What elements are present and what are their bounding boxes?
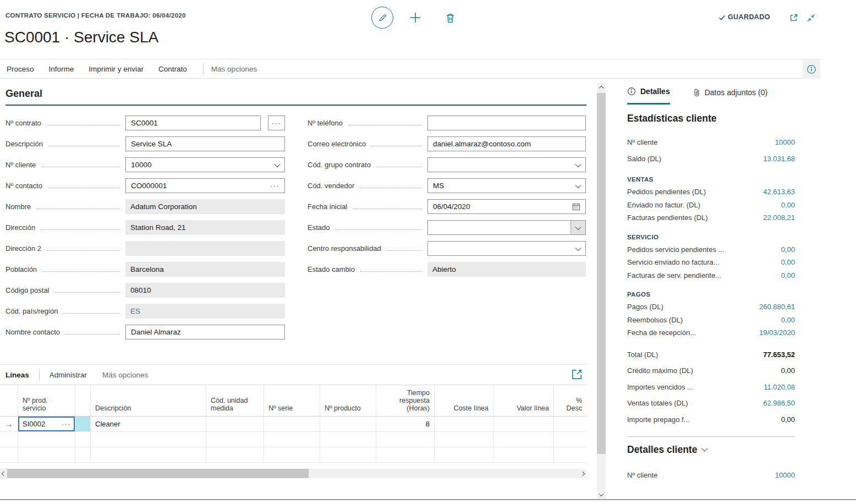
chevron-down-icon[interactable] xyxy=(575,182,581,188)
descripcion-input[interactable]: Service SLA xyxy=(125,136,285,151)
menu-imprimir-enviar[interactable]: Imprimir y enviar xyxy=(89,65,144,73)
scroll-left-arrow[interactable] xyxy=(0,469,8,478)
focus-mode-icon[interactable] xyxy=(572,369,582,380)
field-grupo-contrato: Cód. grupo contrato xyxy=(308,157,586,172)
lines-tab[interactable]: Líneas xyxy=(6,371,29,379)
info-icon xyxy=(627,87,636,96)
popout-icon xyxy=(789,13,798,23)
menu-contrato[interactable]: Contrato xyxy=(158,65,187,73)
no-telefono-input[interactable] xyxy=(427,116,586,130)
menu-proceso[interactable]: Proceso xyxy=(7,65,34,73)
scroll-right-arrow[interactable] xyxy=(579,469,586,478)
stat-row: Ventas totales (DL)62.986,50 xyxy=(627,395,795,412)
col-desc-pct[interactable]: % Desc xyxy=(554,385,586,416)
main-vertical-scrollbar[interactable] xyxy=(597,83,606,500)
new-button[interactable] xyxy=(408,10,422,25)
scroll-up-arrow[interactable] xyxy=(597,84,606,92)
tab-detalles[interactable]: Detalles xyxy=(627,87,670,105)
ellipsis-icon: ··· xyxy=(272,119,282,127)
lines-toolbar: Líneas Administrar Más opciones xyxy=(0,365,586,385)
ellipsis-icon[interactable]: ··· xyxy=(270,182,280,189)
delete-button[interactable] xyxy=(443,11,457,24)
field-fecha-inicial: Fecha inicial 06/04/2020 xyxy=(308,199,586,214)
factbox-divider xyxy=(627,436,795,437)
menu-mas-opciones[interactable]: Más opciones xyxy=(211,65,257,73)
info-icon xyxy=(806,64,816,74)
scroll-down-arrow[interactable] xyxy=(597,490,606,498)
grid-row-3 xyxy=(0,447,586,463)
pencil-icon xyxy=(378,13,387,23)
factbox-pane: Detalles Datos adjuntos (0) Estadísticas… xyxy=(606,83,856,500)
cell-desc[interactable] xyxy=(554,417,586,431)
col-coste-linea[interactable]: Coste línea xyxy=(435,385,493,416)
no-contrato-input[interactable]: SC0001 xyxy=(125,116,261,130)
info-panel-button[interactable] xyxy=(803,60,820,79)
ellipsis-icon[interactable]: ··· xyxy=(62,420,72,428)
select-dropdown-button[interactable] xyxy=(570,221,585,234)
cell-serie[interactable] xyxy=(264,417,320,431)
stats-title: Estadísticas cliente xyxy=(627,113,795,124)
lines-menu-mas-opciones[interactable]: Más opciones xyxy=(102,371,148,379)
chevron-down-icon xyxy=(575,223,581,229)
stat-row: Enviado no factur. (DL)0,00 xyxy=(627,199,795,212)
ribbon-divider xyxy=(203,63,204,75)
active-row-arrow-icon: → xyxy=(0,417,18,431)
cell-tiempo[interactable]: 8 xyxy=(376,417,435,431)
stat-row: Nº cliente10000 xyxy=(627,134,795,150)
fecha-inicial-input[interactable]: 06/04/2020 xyxy=(427,199,586,214)
cell-attention[interactable] xyxy=(75,417,91,431)
col-no-serie[interactable]: Nº serie xyxy=(264,385,320,416)
grupo-contrato-input[interactable] xyxy=(427,157,586,172)
stat-row: Importe prepago f...0,00 xyxy=(627,412,795,428)
cell-unidad[interactable] xyxy=(206,417,264,431)
no-cliente-input[interactable]: 10000 xyxy=(125,157,285,172)
calendar-icon[interactable] xyxy=(572,202,580,211)
cell-coste[interactable] xyxy=(435,417,493,431)
plus-icon xyxy=(409,11,422,24)
col-valor-linea[interactable]: Valor línea xyxy=(493,385,554,416)
general-right-column: Nº teléfono Correo electrónico daniel.al… xyxy=(308,116,586,283)
field-estado: Estado xyxy=(308,220,586,235)
menu-informe[interactable]: Informe xyxy=(49,65,74,73)
cell-valor[interactable] xyxy=(493,417,554,431)
vertical-scroll-thumb[interactable] xyxy=(597,93,606,454)
col-no-producto[interactable]: Nº producto xyxy=(320,385,376,416)
col-descripcion[interactable]: Descripción xyxy=(91,385,206,416)
chevron-down-icon[interactable] xyxy=(575,244,581,250)
trash-icon xyxy=(445,12,456,24)
grid-row-1: → SI0002··· Cleaner 8 xyxy=(0,417,586,432)
tab-datos-adjuntos[interactable]: Datos adjuntos (0) xyxy=(693,87,767,105)
paperclip-icon xyxy=(693,88,700,97)
col-prod-servicio[interactable]: Nº prod.servicio xyxy=(18,385,75,416)
estado-select[interactable] xyxy=(427,220,586,235)
cell-producto[interactable] xyxy=(320,417,376,431)
no-contacto-input[interactable]: CO000001··· xyxy=(125,178,285,193)
assist-edit-button[interactable]: ··· xyxy=(268,116,285,130)
open-in-new-window-button[interactable] xyxy=(788,12,799,23)
codigo-postal-field: 08010 xyxy=(125,283,285,298)
horizontal-scroll-thumb[interactable] xyxy=(7,469,309,478)
collapse-view-button[interactable] xyxy=(805,12,816,23)
stat-row: Crédito máximo (DL)0,00 xyxy=(627,363,795,379)
field-centro-responsabilidad: Centro responsabilidad xyxy=(308,241,586,256)
page-title: SC0001 · Service SLA xyxy=(4,29,158,46)
edit-button[interactable] xyxy=(371,7,393,29)
stat-row: Importes vencidos ...11.020,08 xyxy=(627,379,795,396)
lines-menu-administrar[interactable]: Administrar xyxy=(50,371,87,379)
chevron-down-icon[interactable] xyxy=(575,161,581,167)
col-unidad-medida[interactable]: Cód. unidadmedida xyxy=(206,385,264,416)
chevron-down-icon[interactable] xyxy=(274,161,280,167)
cod-vendedor-input[interactable]: MS xyxy=(427,178,586,193)
lines-grid: Nº prod.servicio Descripción Cód. unidad… xyxy=(0,385,586,463)
cell-descripcion[interactable]: Cleaner xyxy=(91,417,206,431)
details-cliente-header[interactable]: Detalles cliente xyxy=(627,444,795,456)
correo-electronico-input[interactable]: daniel.almaraz@contoso.com xyxy=(427,136,586,151)
cell-prod-no[interactable]: SI0002··· xyxy=(18,417,75,431)
col-tiempo-respuesta[interactable]: Tiemporespuesta(Horas) xyxy=(376,385,435,416)
stat-row: Servicio enviado no factura...0,00 xyxy=(627,256,795,269)
lines-horizontal-scrollbar[interactable] xyxy=(0,469,586,478)
field-no-cliente: Nº cliente 10000 xyxy=(6,157,285,172)
nombre-contacto-input[interactable]: Daniel Almaraz xyxy=(125,325,285,339)
centro-responsabilidad-input[interactable] xyxy=(427,241,586,256)
section-general-title[interactable]: General xyxy=(6,88,586,106)
